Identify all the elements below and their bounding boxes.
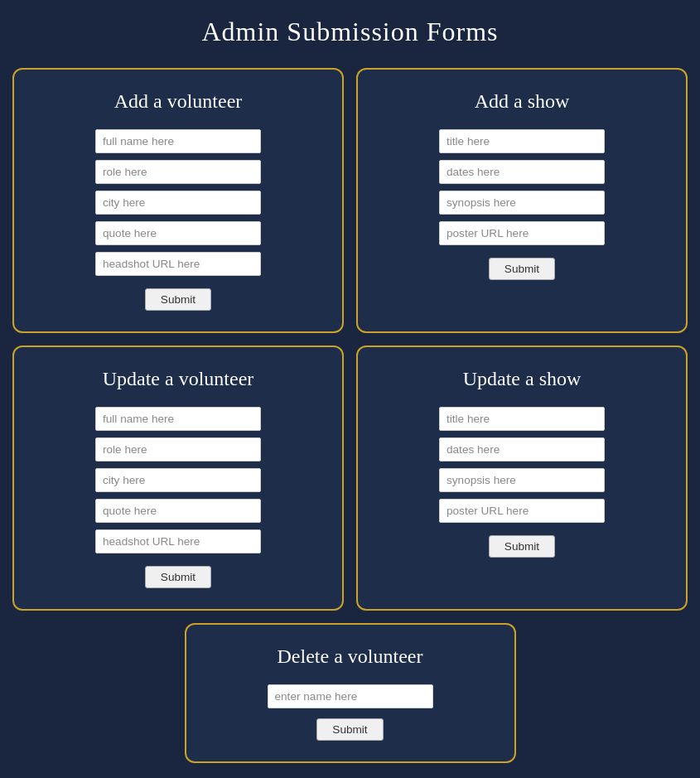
add-show-poster-input[interactable]	[439, 221, 605, 245]
page-title: Admin Submission Forms	[12, 17, 688, 47]
update-volunteer-inputs	[31, 407, 326, 553]
add-show-dates-input[interactable]	[439, 160, 605, 184]
add-volunteer-heading: Add a volunteer	[114, 90, 243, 113]
update-show-inputs	[374, 407, 669, 523]
upd-vol-role-input[interactable]	[95, 437, 261, 461]
update-show-card: Update a show Submit	[356, 346, 688, 611]
upd-vol-quote-input[interactable]	[95, 499, 261, 523]
update-volunteer-submit-button[interactable]: Submit	[145, 566, 211, 588]
delete-volunteer-submit-button[interactable]: Submit	[316, 718, 383, 741]
upd-vol-headshot-input[interactable]	[95, 529, 261, 553]
add-vol-fullname-input[interactable]	[95, 129, 261, 153]
update-volunteer-card: Update a volunteer Submit	[12, 346, 344, 611]
add-vol-headshot-input[interactable]	[95, 252, 261, 276]
update-show-submit-button[interactable]: Submit	[489, 535, 555, 558]
upd-show-poster-input[interactable]	[439, 499, 605, 523]
delete-volunteer-name-input[interactable]	[268, 684, 433, 708]
upd-show-dates-input[interactable]	[439, 437, 605, 461]
update-show-heading: Update a show	[463, 368, 582, 390]
add-show-title-input[interactable]	[439, 129, 605, 153]
upd-show-synopsis-input[interactable]	[439, 468, 605, 492]
add-volunteer-inputs	[31, 129, 326, 276]
add-vol-city-input[interactable]	[95, 191, 261, 215]
add-volunteer-submit-button[interactable]: Submit	[145, 288, 211, 311]
forms-grid: Add a volunteer Submit Add a show Submit…	[12, 68, 688, 611]
add-show-inputs	[374, 129, 669, 245]
add-volunteer-card: Add a volunteer Submit	[12, 68, 344, 333]
add-vol-quote-input[interactable]	[95, 221, 261, 245]
add-vol-role-input[interactable]	[95, 160, 261, 184]
update-volunteer-heading: Update a volunteer	[103, 368, 254, 390]
add-show-synopsis-input[interactable]	[439, 191, 605, 215]
delete-volunteer-card: Delete a volunteer Submit	[185, 623, 516, 763]
add-show-submit-button[interactable]: Submit	[489, 258, 555, 280]
upd-show-title-input[interactable]	[439, 407, 605, 431]
delete-volunteer-heading: Delete a volunteer	[278, 645, 423, 668]
upd-vol-fullname-input[interactable]	[95, 407, 261, 431]
add-show-card: Add a show Submit	[356, 68, 688, 333]
add-show-heading: Add a show	[475, 90, 570, 113]
upd-vol-city-input[interactable]	[95, 468, 261, 492]
